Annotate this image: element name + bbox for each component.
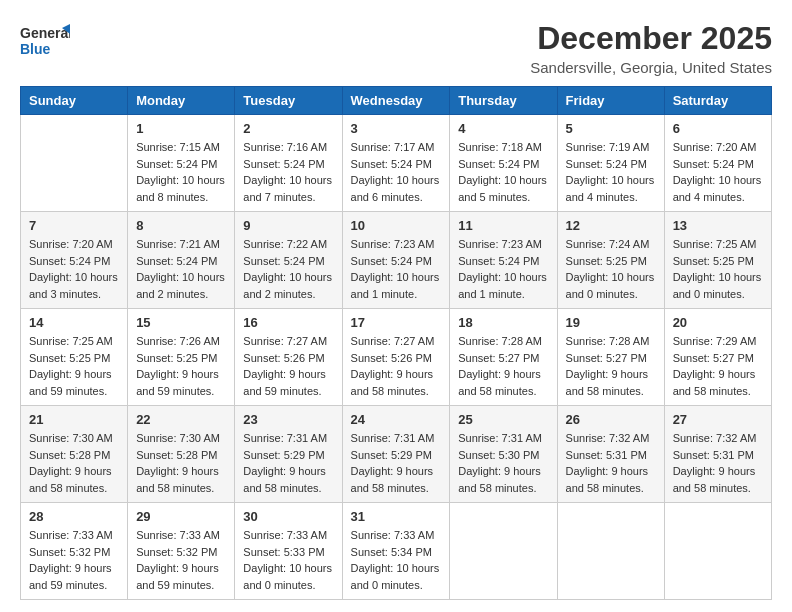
day-number: 29 — [136, 509, 226, 524]
calendar-cell: 31Sunrise: 7:33 AM Sunset: 5:34 PM Dayli… — [342, 503, 450, 600]
day-number: 21 — [29, 412, 119, 427]
calendar-cell: 22Sunrise: 7:30 AM Sunset: 5:28 PM Dayli… — [128, 406, 235, 503]
calendar-cell — [21, 115, 128, 212]
calendar-cell: 24Sunrise: 7:31 AM Sunset: 5:29 PM Dayli… — [342, 406, 450, 503]
day-info: Sunrise: 7:32 AM Sunset: 5:31 PM Dayligh… — [566, 430, 656, 496]
calendar-cell: 10Sunrise: 7:23 AM Sunset: 5:24 PM Dayli… — [342, 212, 450, 309]
day-info: Sunrise: 7:21 AM Sunset: 5:24 PM Dayligh… — [136, 236, 226, 302]
calendar-cell — [664, 503, 771, 600]
calendar-cell: 2Sunrise: 7:16 AM Sunset: 5:24 PM Daylig… — [235, 115, 342, 212]
day-info: Sunrise: 7:26 AM Sunset: 5:25 PM Dayligh… — [136, 333, 226, 399]
calendar-cell: 15Sunrise: 7:26 AM Sunset: 5:25 PM Dayli… — [128, 309, 235, 406]
calendar-cell: 19Sunrise: 7:28 AM Sunset: 5:27 PM Dayli… — [557, 309, 664, 406]
column-header-saturday: Saturday — [664, 87, 771, 115]
day-number: 12 — [566, 218, 656, 233]
day-info: Sunrise: 7:16 AM Sunset: 5:24 PM Dayligh… — [243, 139, 333, 205]
day-number: 26 — [566, 412, 656, 427]
day-number: 3 — [351, 121, 442, 136]
day-info: Sunrise: 7:27 AM Sunset: 5:26 PM Dayligh… — [243, 333, 333, 399]
day-number: 8 — [136, 218, 226, 233]
day-number: 23 — [243, 412, 333, 427]
day-info: Sunrise: 7:20 AM Sunset: 5:24 PM Dayligh… — [29, 236, 119, 302]
day-number: 11 — [458, 218, 548, 233]
day-info: Sunrise: 7:25 AM Sunset: 5:25 PM Dayligh… — [29, 333, 119, 399]
calendar-cell: 5Sunrise: 7:19 AM Sunset: 5:24 PM Daylig… — [557, 115, 664, 212]
day-info: Sunrise: 7:29 AM Sunset: 5:27 PM Dayligh… — [673, 333, 763, 399]
day-info: Sunrise: 7:31 AM Sunset: 5:30 PM Dayligh… — [458, 430, 548, 496]
day-info: Sunrise: 7:31 AM Sunset: 5:29 PM Dayligh… — [351, 430, 442, 496]
day-info: Sunrise: 7:33 AM Sunset: 5:34 PM Dayligh… — [351, 527, 442, 593]
calendar-cell: 7Sunrise: 7:20 AM Sunset: 5:24 PM Daylig… — [21, 212, 128, 309]
calendar-table: SundayMondayTuesdayWednesdayThursdayFrid… — [20, 86, 772, 600]
calendar-cell: 17Sunrise: 7:27 AM Sunset: 5:26 PM Dayli… — [342, 309, 450, 406]
day-number: 9 — [243, 218, 333, 233]
column-header-wednesday: Wednesday — [342, 87, 450, 115]
calendar-cell: 9Sunrise: 7:22 AM Sunset: 5:24 PM Daylig… — [235, 212, 342, 309]
calendar-cell: 12Sunrise: 7:24 AM Sunset: 5:25 PM Dayli… — [557, 212, 664, 309]
day-number: 10 — [351, 218, 442, 233]
day-info: Sunrise: 7:15 AM Sunset: 5:24 PM Dayligh… — [136, 139, 226, 205]
day-info: Sunrise: 7:33 AM Sunset: 5:33 PM Dayligh… — [243, 527, 333, 593]
month-title: December 2025 — [530, 20, 772, 57]
column-header-thursday: Thursday — [450, 87, 557, 115]
logo: General Blue — [20, 20, 70, 64]
day-info: Sunrise: 7:28 AM Sunset: 5:27 PM Dayligh… — [458, 333, 548, 399]
day-info: Sunrise: 7:24 AM Sunset: 5:25 PM Dayligh… — [566, 236, 656, 302]
day-number: 27 — [673, 412, 763, 427]
day-number: 15 — [136, 315, 226, 330]
calendar-cell: 8Sunrise: 7:21 AM Sunset: 5:24 PM Daylig… — [128, 212, 235, 309]
calendar-cell: 23Sunrise: 7:31 AM Sunset: 5:29 PM Dayli… — [235, 406, 342, 503]
calendar-week-row: 7Sunrise: 7:20 AM Sunset: 5:24 PM Daylig… — [21, 212, 772, 309]
calendar-cell: 30Sunrise: 7:33 AM Sunset: 5:33 PM Dayli… — [235, 503, 342, 600]
day-info: Sunrise: 7:33 AM Sunset: 5:32 PM Dayligh… — [136, 527, 226, 593]
logo-icon: General Blue — [20, 20, 70, 64]
page-header: General Blue December 2025 Sandersville,… — [20, 20, 772, 76]
calendar-cell: 20Sunrise: 7:29 AM Sunset: 5:27 PM Dayli… — [664, 309, 771, 406]
day-number: 16 — [243, 315, 333, 330]
calendar-cell: 13Sunrise: 7:25 AM Sunset: 5:25 PM Dayli… — [664, 212, 771, 309]
day-number: 20 — [673, 315, 763, 330]
title-area: December 2025 Sandersville, Georgia, Uni… — [530, 20, 772, 76]
column-header-tuesday: Tuesday — [235, 87, 342, 115]
svg-text:General: General — [20, 25, 70, 41]
day-info: Sunrise: 7:25 AM Sunset: 5:25 PM Dayligh… — [673, 236, 763, 302]
calendar-cell: 29Sunrise: 7:33 AM Sunset: 5:32 PM Dayli… — [128, 503, 235, 600]
calendar-cell: 3Sunrise: 7:17 AM Sunset: 5:24 PM Daylig… — [342, 115, 450, 212]
calendar-cell: 26Sunrise: 7:32 AM Sunset: 5:31 PM Dayli… — [557, 406, 664, 503]
day-info: Sunrise: 7:27 AM Sunset: 5:26 PM Dayligh… — [351, 333, 442, 399]
column-header-friday: Friday — [557, 87, 664, 115]
day-number: 24 — [351, 412, 442, 427]
day-info: Sunrise: 7:20 AM Sunset: 5:24 PM Dayligh… — [673, 139, 763, 205]
calendar-cell — [450, 503, 557, 600]
day-number: 7 — [29, 218, 119, 233]
day-info: Sunrise: 7:32 AM Sunset: 5:31 PM Dayligh… — [673, 430, 763, 496]
day-info: Sunrise: 7:19 AM Sunset: 5:24 PM Dayligh… — [566, 139, 656, 205]
day-info: Sunrise: 7:23 AM Sunset: 5:24 PM Dayligh… — [351, 236, 442, 302]
day-number: 4 — [458, 121, 548, 136]
day-number: 28 — [29, 509, 119, 524]
calendar-cell: 4Sunrise: 7:18 AM Sunset: 5:24 PM Daylig… — [450, 115, 557, 212]
calendar-week-row: 28Sunrise: 7:33 AM Sunset: 5:32 PM Dayli… — [21, 503, 772, 600]
day-info: Sunrise: 7:22 AM Sunset: 5:24 PM Dayligh… — [243, 236, 333, 302]
calendar-week-row: 14Sunrise: 7:25 AM Sunset: 5:25 PM Dayli… — [21, 309, 772, 406]
calendar-cell: 18Sunrise: 7:28 AM Sunset: 5:27 PM Dayli… — [450, 309, 557, 406]
day-number: 1 — [136, 121, 226, 136]
calendar-cell: 6Sunrise: 7:20 AM Sunset: 5:24 PM Daylig… — [664, 115, 771, 212]
calendar-cell — [557, 503, 664, 600]
calendar-cell: 14Sunrise: 7:25 AM Sunset: 5:25 PM Dayli… — [21, 309, 128, 406]
column-header-monday: Monday — [128, 87, 235, 115]
calendar-week-row: 21Sunrise: 7:30 AM Sunset: 5:28 PM Dayli… — [21, 406, 772, 503]
day-info: Sunrise: 7:30 AM Sunset: 5:28 PM Dayligh… — [29, 430, 119, 496]
day-number: 14 — [29, 315, 119, 330]
day-info: Sunrise: 7:30 AM Sunset: 5:28 PM Dayligh… — [136, 430, 226, 496]
day-number: 5 — [566, 121, 656, 136]
calendar-week-row: 1Sunrise: 7:15 AM Sunset: 5:24 PM Daylig… — [21, 115, 772, 212]
day-number: 18 — [458, 315, 548, 330]
day-number: 31 — [351, 509, 442, 524]
day-number: 17 — [351, 315, 442, 330]
day-number: 25 — [458, 412, 548, 427]
location: Sandersville, Georgia, United States — [530, 59, 772, 76]
day-info: Sunrise: 7:33 AM Sunset: 5:32 PM Dayligh… — [29, 527, 119, 593]
calendar-cell: 28Sunrise: 7:33 AM Sunset: 5:32 PM Dayli… — [21, 503, 128, 600]
day-number: 30 — [243, 509, 333, 524]
